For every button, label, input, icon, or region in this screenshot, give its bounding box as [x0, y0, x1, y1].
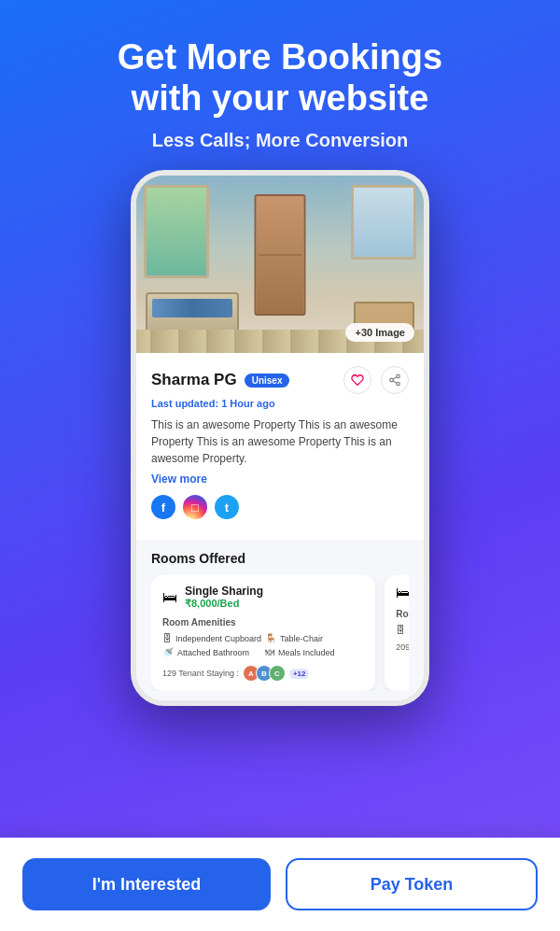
subtitle: Less Calls; More Conversion: [118, 130, 442, 151]
svg-point-0: [397, 375, 400, 379]
phone-frame: +30 Image Sharma PG Unisex: [131, 170, 429, 706]
amenities-grid-single: 🗄Independent Cupboard 🪑Table-Chair 🚿Atta…: [162, 633, 364, 657]
rooms-scroll: 🛏 Single Sharing ₹8,000/Bed Room Ameniti…: [151, 575, 409, 691]
social-icons: f □ t: [151, 495, 409, 519]
interested-button[interactable]: I'm Interested: [22, 858, 271, 910]
amenity-meals: 🍽Meals Included: [265, 647, 364, 657]
room-card-single[interactable]: 🛏 Single Sharing ₹8,000/Bed Room Ameniti…: [151, 575, 375, 691]
pay-token-button[interactable]: Pay Token: [286, 858, 538, 910]
room-icon: 🛏: [162, 589, 177, 606]
description: This is an awesome Property This is an a…: [151, 416, 409, 467]
last-updated: Last updated: 1 Hour ago: [151, 398, 409, 409]
room-image: +30 Image: [136, 176, 424, 353]
rooms-title: Rooms Offered: [151, 551, 409, 566]
room-card-double[interactable]: 🛏 Doub... Room Ameniti... 🗄Independer...…: [385, 575, 409, 691]
instagram-icon[interactable]: □: [183, 495, 207, 519]
image-badge: +30 Image: [345, 323, 414, 342]
room-price-single: ₹8,000/Bed: [185, 598, 263, 610]
svg-point-1: [390, 379, 394, 383]
phone-wrapper: +30 Image Sharma PG Unisex: [121, 170, 439, 931]
amenity-table-chair: 🪑Table-Chair: [265, 633, 364, 643]
room-icon-double: 🛏: [396, 585, 409, 601]
amenities-title-single: Room Amenities: [162, 617, 364, 628]
amenities-title-double: Room Ameniti...: [396, 609, 409, 619]
main-title: Get More Bookings with your website: [118, 37, 442, 119]
amenity-cupboard: 🗄Independent Cupboard: [162, 633, 261, 643]
facebook-icon[interactable]: f: [151, 495, 175, 519]
rooms-section: Rooms Offered 🛏 Single Sharing ₹8,000/Be…: [136, 540, 424, 700]
favorite-button[interactable]: [343, 366, 371, 394]
tenant-avatar-3: C: [269, 665, 286, 682]
svg-point-2: [397, 383, 400, 387]
amenity-bathroom: 🚿Attached Bathroom: [162, 647, 261, 657]
tenants-row-single: 129 Tenant Staying : A B C +12: [162, 665, 364, 682]
room-type-single: Single Sharing: [185, 585, 263, 598]
tenants-row-double: 209 Tenant S...: [396, 642, 409, 652]
property-info: Sharma PG Unisex: [136, 353, 424, 540]
amenity-cupboard-d: 🗄Independer...: [396, 625, 409, 635]
more-tenants-badge: +12: [289, 669, 310, 679]
property-name: Sharma PG: [151, 371, 237, 389]
share-button[interactable]: [381, 366, 409, 394]
twitter-icon[interactable]: t: [215, 495, 239, 519]
header-section: Get More Bookings with your website Less…: [90, 0, 470, 170]
bottom-cta: I'm Interested Pay Token: [0, 838, 560, 931]
unisex-badge: Unisex: [245, 374, 290, 388]
view-more-link[interactable]: View more: [151, 473, 409, 486]
amenities-grid-double: 🗄Independer... 🚿Attached B...: [396, 625, 409, 635]
svg-line-4: [393, 377, 397, 379]
svg-line-3: [393, 381, 397, 383]
